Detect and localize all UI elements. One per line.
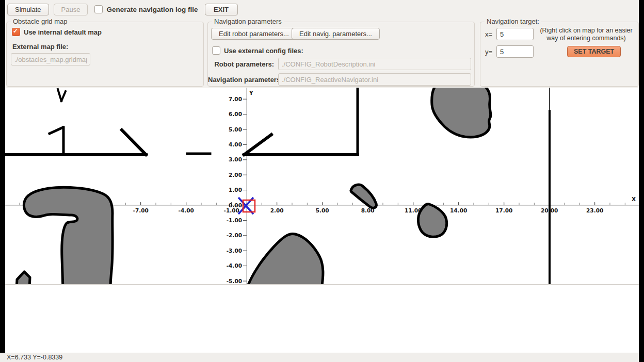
y-tick-label: 0.00 xyxy=(229,202,242,208)
navigation-params-input[interactable] xyxy=(278,73,471,86)
target-y-input[interactable] xyxy=(496,45,534,58)
exit-button[interactable]: EXIT xyxy=(205,4,238,15)
y-tick-label: -2.00 xyxy=(227,232,242,238)
set-target-button[interactable]: SET TARGET xyxy=(567,46,621,57)
target-x-label: x= xyxy=(485,30,492,38)
log-panel xyxy=(5,284,639,353)
x-tick-label: -7.00 xyxy=(133,207,149,213)
x-tick-label: -1.00 xyxy=(224,207,239,213)
x-tick-label: 23.00 xyxy=(586,207,603,213)
obstacle-blob xyxy=(351,185,377,208)
y-axis-name: Y xyxy=(249,90,253,96)
y-tick-label: 2.00 xyxy=(229,172,242,178)
window-frame-right xyxy=(639,0,644,362)
edit-navig-params-button[interactable]: Edit navig. parameters... xyxy=(292,28,380,40)
use-external-config-checkbox[interactable] xyxy=(212,46,220,55)
cursor-coordinates: X=6.733 Y=-0.8339 xyxy=(7,354,62,361)
wall-segment xyxy=(50,127,63,134)
generate-log-label: Generate navigation log file xyxy=(106,6,198,13)
toolbar: Simulate Pause Generate navigation log f… xyxy=(5,0,639,19)
wall-segment xyxy=(58,89,61,101)
robot-params-label: Robot parameters: xyxy=(208,60,274,68)
y-tick-label: 7.00 xyxy=(229,96,242,102)
y-tick-label: -5.00 xyxy=(227,278,242,284)
obstacle-blob xyxy=(247,234,323,284)
x-tick-label: -4.00 xyxy=(179,207,194,213)
app-window: Simulate Pause Generate navigation log f… xyxy=(5,0,639,353)
obstacle-blob xyxy=(432,88,491,137)
wall-segment xyxy=(122,130,146,155)
pause-button[interactable]: Pause xyxy=(54,4,88,15)
map-canvas[interactable]: -13.00-10.00-7.00-4.00-1.002.005.008.001… xyxy=(5,88,639,284)
status-bar: X=6.733 Y=-0.8339 xyxy=(0,353,639,362)
target-x-input[interactable] xyxy=(496,28,534,40)
navigation-target-group: Navigation target: x= y= (Right click on… xyxy=(480,22,639,87)
external-map-file-label: External map file: xyxy=(12,43,68,51)
target-y-label: y= xyxy=(485,48,492,56)
obstacle-group-title: Obstacle grid map xyxy=(11,18,70,25)
nav-params-group-title: Navigation parameters xyxy=(212,18,284,25)
x-tick-label: 2.00 xyxy=(270,207,284,213)
use-external-config-label: Use external config files: xyxy=(224,47,303,55)
simulate-button[interactable]: Simulate xyxy=(7,4,49,15)
edit-robot-params-button[interactable]: Edit robot parameters... xyxy=(211,28,297,40)
x-axis-name: X xyxy=(632,196,636,202)
y-tick-label: 1.00 xyxy=(229,187,242,193)
external-map-file-input[interactable] xyxy=(11,53,90,65)
y-tick-label: -4.00 xyxy=(227,262,242,269)
navigation-params-label: Navigation parameters: xyxy=(208,76,274,84)
obstacle-blob xyxy=(17,272,30,284)
use-internal-map-label: Use internal default map xyxy=(24,28,102,36)
obstacle-blob xyxy=(418,204,446,237)
y-tick-label: 6.00 xyxy=(229,111,242,117)
map-plot: -13.00-10.00-7.00-4.00-1.002.005.008.001… xyxy=(5,88,639,284)
window-frame-left xyxy=(0,0,5,353)
y-tick-label: 3.00 xyxy=(229,156,242,162)
x-tick-label: 5.00 xyxy=(316,207,329,213)
use-internal-map-checkbox[interactable] xyxy=(12,28,20,36)
wall-segment xyxy=(61,91,66,101)
obstacle-grid-map-group: Obstacle grid map Use internal default m… xyxy=(6,22,204,87)
target-hint-text: (Right click on map for an easier way of… xyxy=(535,27,638,42)
generate-log-checkbox[interactable] xyxy=(94,5,103,13)
y-tick-label: 5.00 xyxy=(229,126,242,133)
y-tick-label: -3.00 xyxy=(227,248,242,254)
y-tick-label: -1.00 xyxy=(227,217,242,223)
y-tick-label: 4.00 xyxy=(229,141,242,147)
x-tick-label: 17.00 xyxy=(495,207,512,213)
obstacle-blob xyxy=(24,187,112,284)
x-tick-label: 14.00 xyxy=(450,207,467,213)
wall-segment xyxy=(244,135,271,155)
navigation-parameters-group: Navigation parameters Edit robot paramet… xyxy=(207,22,475,87)
nav-target-group-title: Navigation target: xyxy=(485,18,541,25)
robot-params-input[interactable] xyxy=(278,58,471,70)
